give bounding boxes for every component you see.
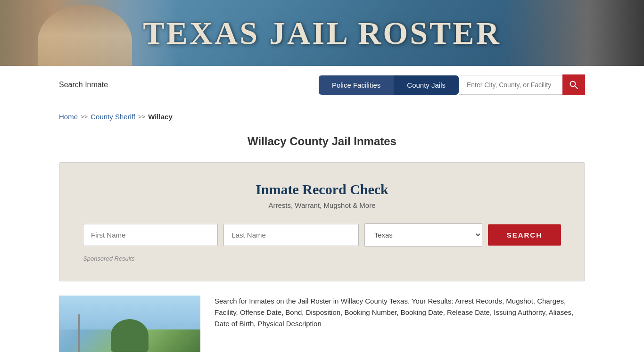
breadcrumb-county-sheriff[interactable]: County Sheriff xyxy=(91,113,135,121)
image-pole xyxy=(78,314,80,352)
search-inmate-label: Search Inmate xyxy=(59,81,108,89)
police-facilities-button[interactable]: Police Facilities xyxy=(319,75,394,95)
county-image xyxy=(59,296,200,352)
breadcrumb: Home >> County Sheriff >> Willacy xyxy=(0,104,644,125)
record-check-title: Inmate Record Check xyxy=(83,181,561,197)
record-check-form: AlabamaAlaskaArizonaArkansasCaliforniaCo… xyxy=(83,223,561,247)
county-description: Search for Inmates on the Jail Roster in… xyxy=(200,296,585,352)
header-banner: Texas Jail Roster xyxy=(0,0,644,66)
page-title: Willacy County Jail Inmates xyxy=(0,125,644,162)
facility-search-button[interactable] xyxy=(562,74,585,95)
breadcrumb-current: Willacy xyxy=(148,113,173,121)
capitol-dome xyxy=(38,5,132,66)
record-check-box: Inmate Record Check Arrests, Warrant, Mu… xyxy=(59,162,585,281)
nav-bar: Search Inmate Police Facilities County J… xyxy=(0,66,644,104)
nav-buttons: Police Facilities County Jails xyxy=(319,75,459,95)
first-name-input[interactable] xyxy=(83,224,218,246)
last-name-input[interactable] xyxy=(223,224,358,246)
svg-line-1 xyxy=(575,86,578,89)
record-check-subtitle: Arrests, Warrant, Mugshot & More xyxy=(83,201,561,209)
breadcrumb-home[interactable]: Home xyxy=(59,113,78,121)
image-tree xyxy=(111,319,149,352)
sponsored-label: Sponsored Results xyxy=(83,255,561,262)
breadcrumb-separator-2: >> xyxy=(138,113,145,120)
facility-search-input[interactable] xyxy=(459,75,562,95)
site-title: Texas Jail Roster xyxy=(143,15,501,52)
county-jails-button[interactable]: County Jails xyxy=(394,75,459,95)
search-icon xyxy=(569,80,578,90)
bottom-section: Search for Inmates on the Jail Roster in… xyxy=(59,296,585,362)
state-select[interactable]: AlabamaAlaskaArizonaArkansasCaliforniaCo… xyxy=(364,223,482,247)
record-search-button[interactable]: SEARCH xyxy=(488,224,561,246)
banner-right-decoration xyxy=(503,0,644,66)
breadcrumb-separator-1: >> xyxy=(81,113,88,120)
